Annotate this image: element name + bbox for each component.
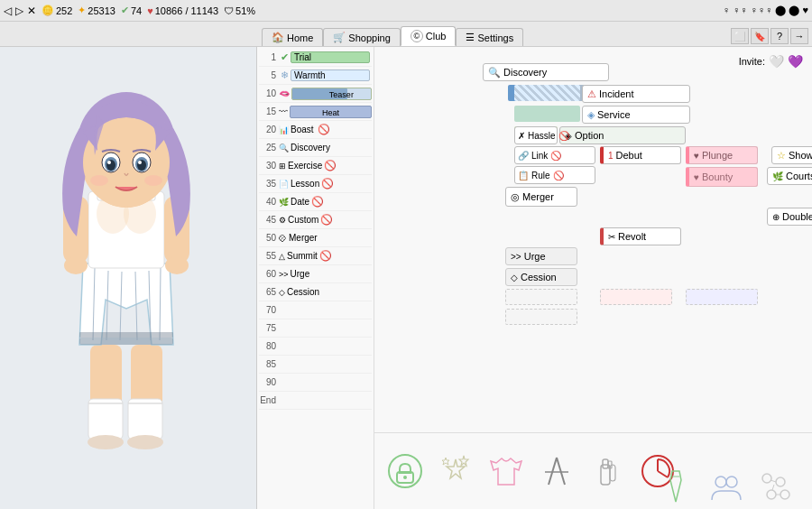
skill-row-date: 40 🌿 Date 🚫: [259, 193, 372, 211]
svg-point-6: [88, 435, 124, 449]
invite-area: Invite: 🤍 💜: [739, 54, 803, 69]
skill-row-trial: 1 ✔ Trial: [259, 49, 372, 67]
star-stat: ✦ 25313: [78, 5, 115, 16]
home-icon: 🏠: [272, 32, 284, 43]
skill-row-warmth: 5 ❄ Warmth: [259, 67, 372, 85]
double-icon: ⊕: [772, 212, 780, 222]
forward-icon[interactable]: ▷: [15, 5, 23, 17]
node-merger[interactable]: ◎ Merger: [505, 187, 577, 207]
check-value: 74: [131, 5, 142, 16]
heat-icon: 〰: [279, 106, 288, 116]
invite-label: Invite:: [739, 56, 765, 67]
lesson-icon: 📄: [279, 180, 289, 189]
shield-stat: 🛡 51%: [224, 5, 255, 16]
top-bar: ◁ ▷ ✕ 🪙 252 ✦ 25313 ✔ 74 ♥ 10866 / 11143…: [0, 0, 812, 22]
tab-settings[interactable]: ☰ Settings: [456, 28, 523, 46]
svg-point-53: [715, 477, 726, 487]
node-discovery[interactable]: 🔍 Discovery: [483, 63, 609, 81]
coin-icon: 🪙: [42, 5, 54, 16]
skill-row-75: 75: [259, 319, 372, 338]
shopping-icon: 🛒: [333, 32, 346, 43]
help-icon[interactable]: ?: [770, 28, 789, 44]
skill-row-heat: 15 〰 Heat: [259, 103, 372, 121]
back-icon[interactable]: ◁: [4, 5, 12, 17]
node-hassle[interactable]: ✗ Hassle 🚫: [514, 126, 558, 144]
node-show[interactable]: ☆ Show: [771, 146, 812, 164]
bottom-icon-nailpolish[interactable]: [586, 449, 629, 493]
node-revolt[interactable]: ✂ Revolt: [600, 227, 681, 245]
bottom-icon-stars[interactable]: [434, 449, 477, 493]
window-controls[interactable]: ◁ ▷ ✕: [4, 5, 36, 17]
summit-icon: △: [279, 252, 285, 261]
empty-node-3: [600, 289, 672, 305]
bottom-icon-tie[interactable]: [654, 468, 697, 504]
skill-row-85: 85: [259, 356, 372, 374]
cession-node-icon: ◇: [511, 273, 518, 282]
svg-point-41: [403, 476, 407, 479]
node-option[interactable]: ◈ Option: [559, 126, 686, 144]
bottom-icon-group[interactable]: [705, 468, 748, 504]
club-icon: ©: [411, 30, 423, 42]
character-panel: [0, 47, 257, 509]
node-incident[interactable]: ⚠ Incident: [582, 85, 690, 103]
health-value: 10866 / 11143: [155, 5, 218, 16]
incident-hatch: [514, 85, 580, 101]
svg-point-37: [90, 175, 108, 186]
skill-row-discovery: 25 🔍 Discovery: [259, 139, 372, 157]
tab-shopping[interactable]: 🛒 Shopping: [323, 28, 401, 46]
skill-row-80: 80: [259, 338, 372, 356]
svg-point-57: [767, 490, 776, 499]
skill-row-70: 70: [259, 301, 372, 319]
bottom-icon-chart2[interactable]: [806, 468, 812, 504]
cession-node-bar[interactable]: ◇ Cession: [505, 268, 577, 286]
discovery-node-icon: 🔍: [488, 67, 501, 79]
skill-row-summit: 55 △ Summit 🚫: [259, 247, 372, 265]
check-icon: ✔: [121, 5, 129, 16]
svg-point-38: [144, 175, 162, 186]
node-courtship[interactable]: 🌿 Courtship: [767, 167, 812, 185]
heart-icon: ♥: [147, 5, 153, 16]
merger-icon2: ◎: [511, 191, 520, 203]
skill-row-lesson: 35 📄 Lesson 🚫: [259, 175, 372, 193]
empty-node-1: [505, 289, 577, 305]
svg-line-43: [557, 458, 565, 485]
skill-tree-area: Invite: 🤍 💜 🔍 Discovery ⚠ Incident ◈ Ser…: [374, 47, 812, 509]
show-icon: ☆: [777, 150, 786, 162]
skill-row-exercise: 30 ⊞ Exercise 🚫: [259, 157, 372, 175]
node-rule[interactable]: 📋 Rule 🚫: [514, 166, 595, 184]
svg-point-7: [127, 435, 163, 449]
window-resize-icon[interactable]: ⬜: [731, 28, 749, 44]
check-stat: ✔ 74: [121, 5, 142, 16]
svg-point-55: [762, 474, 771, 483]
invite-purple-heart: 💜: [788, 54, 803, 69]
boast-icon: 📊: [279, 125, 289, 134]
skill-row-cession: 65 ◇ Cession: [259, 283, 372, 301]
tab-club[interactable]: © Club: [401, 26, 457, 46]
node-debut[interactable]: 1 Debut: [600, 146, 681, 164]
settings-icon: ☰: [466, 32, 475, 43]
svg-line-60: [772, 485, 774, 490]
bottom-icon-chain[interactable]: [755, 468, 798, 504]
nav-bar: 🏠 Home 🛒 Shopping © Club ☰ Settings ⬜ 🔖 …: [0, 22, 812, 47]
close-icon[interactable]: ✕: [27, 5, 36, 17]
bookmark-icon[interactable]: 🔖: [751, 28, 769, 44]
exercise-icon: ⊞: [279, 162, 286, 171]
node-double[interactable]: ⊕ Double: [767, 208, 812, 226]
skill-name-trial[interactable]: ✔ Trial: [279, 51, 372, 64]
character-avatar: [18, 47, 235, 489]
exit-icon[interactable]: →: [790, 28, 808, 44]
incident-icon: ⚠: [587, 88, 596, 100]
svg-rect-48: [610, 465, 615, 481]
bottom-icon-heartlock[interactable]: [383, 449, 427, 493]
tab-home[interactable]: 🏠 Home: [262, 28, 323, 46]
link-icon: 🔗: [518, 151, 529, 161]
bottom-icon-scissors[interactable]: [535, 449, 578, 493]
hassle-icon: ✗: [518, 131, 525, 141]
bottom-icon-shirt[interactable]: [484, 449, 528, 493]
empty-node-2: [505, 309, 577, 325]
urge-node-bar[interactable]: >> Urge: [505, 247, 577, 265]
node-service[interactable]: ◈ Service: [582, 106, 690, 124]
teaser-icon: 🫦: [279, 88, 290, 98]
svg-point-23: [64, 256, 88, 274]
node-link[interactable]: 🔗 Link 🚫: [514, 146, 595, 164]
